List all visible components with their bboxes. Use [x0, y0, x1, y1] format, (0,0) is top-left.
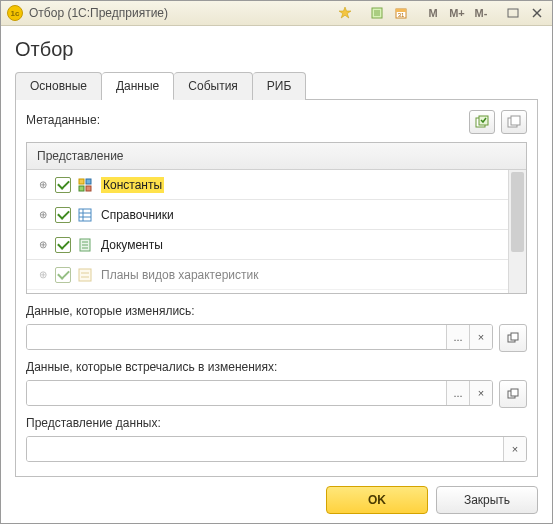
tab-main[interactable]: Основные	[15, 72, 102, 100]
minimize-button[interactable]	[502, 3, 524, 23]
close-dialog-button[interactable]: Закрыть	[436, 486, 538, 514]
svg-text:31: 31	[398, 12, 405, 18]
changed-data-group: Данные, которые изменялись: ... ×	[26, 304, 527, 350]
changed-data-label: Данные, которые изменялись:	[26, 304, 527, 318]
window: 1c Отбор (1С:Предприятие) 31 M M+ M- Отб…	[0, 0, 553, 524]
plan-icon	[77, 268, 93, 282]
calc-icon[interactable]	[366, 3, 388, 23]
representation-input[interactable]	[27, 437, 503, 461]
metadata-tree: Представление ⊕ Константы ⊕	[26, 142, 527, 294]
checkbox[interactable]	[55, 177, 71, 193]
clear-button[interactable]: ×	[503, 437, 526, 461]
clear-button[interactable]: ×	[469, 325, 492, 349]
tree-row-label: Документы	[101, 238, 163, 252]
representation-input-wrapper: ×	[26, 436, 527, 462]
close-button[interactable]	[526, 3, 548, 23]
svg-rect-19	[79, 209, 91, 221]
expand-icon[interactable]: ⊕	[37, 179, 49, 191]
expand-icon[interactable]: ⊕	[37, 209, 49, 221]
svg-rect-17	[79, 186, 84, 191]
svg-rect-27	[79, 269, 91, 281]
ok-button[interactable]: OK	[326, 486, 428, 514]
window-title: Отбор (1С:Предприятие)	[29, 6, 168, 20]
tab-rib[interactable]: РИБ	[253, 72, 307, 100]
memory-m-plus-button[interactable]: M+	[446, 3, 468, 23]
tree-row[interactable]: ⊕ Планы видов характеристик	[27, 260, 509, 290]
memory-m-button[interactable]: M	[422, 3, 444, 23]
page-title: Отбор	[15, 38, 538, 61]
tab-events[interactable]: События	[174, 72, 253, 100]
encountered-data-input[interactable]	[27, 381, 446, 405]
checkbox[interactable]	[55, 237, 71, 253]
svg-rect-14	[511, 116, 520, 125]
encountered-data-label: Данные, которые встречались в изменениях…	[26, 360, 527, 374]
encountered-data-input-wrapper: ... ×	[26, 380, 493, 406]
representation-label: Представление данных:	[26, 416, 527, 430]
checkbox[interactable]	[55, 207, 71, 223]
calendar-icon[interactable]: 31	[390, 3, 412, 23]
encountered-data-group: Данные, которые встречались в изменениях…	[26, 360, 527, 406]
tree-row[interactable]: ⊕ Константы	[27, 170, 509, 200]
copy-button[interactable]	[501, 110, 527, 134]
tree-scrollbar[interactable]	[508, 170, 526, 293]
app-icon: 1c	[7, 5, 23, 21]
changed-data-input-wrapper: ... ×	[26, 324, 493, 350]
favorite-icon[interactable]	[334, 3, 356, 23]
scrollbar-thumb[interactable]	[511, 172, 524, 252]
open-external-button[interactable]	[499, 324, 527, 352]
tab-body: Метаданные: Представление ⊕	[15, 100, 538, 477]
representation-group: Представление данных: ×	[26, 416, 527, 462]
tree-row[interactable]: ⊕ Документы	[27, 230, 509, 260]
check-all-button[interactable]	[469, 110, 495, 134]
footer: OK Закрыть	[1, 477, 552, 523]
tabs: Основные Данные События РИБ	[15, 71, 538, 100]
tree-row[interactable]: ⊕ Справочники	[27, 200, 509, 230]
document-icon	[77, 238, 93, 252]
select-button[interactable]: ...	[446, 325, 469, 349]
metadata-label: Метаданные:	[26, 113, 463, 127]
content: Отбор Основные Данные События РИБ Метада…	[1, 26, 552, 477]
metadata-header-row: Метаданные:	[26, 110, 527, 134]
tree-row-label: Справочники	[101, 208, 174, 222]
tree-row-label: Планы видов характеристик	[101, 268, 258, 282]
titlebar: 1c Отбор (1С:Предприятие) 31 M M+ M-	[1, 1, 552, 26]
svg-rect-18	[86, 186, 91, 191]
changed-data-input[interactable]	[27, 325, 446, 349]
memory-m-minus-button[interactable]: M-	[470, 3, 492, 23]
clear-button[interactable]: ×	[469, 381, 492, 405]
svg-rect-15	[79, 179, 84, 184]
svg-rect-8	[508, 9, 518, 17]
catalog-icon	[77, 208, 93, 222]
svg-rect-33	[511, 389, 518, 396]
svg-rect-31	[511, 333, 518, 340]
tree-column-header[interactable]: Представление	[27, 143, 526, 170]
open-external-button[interactable]	[499, 380, 527, 408]
tab-data[interactable]: Данные	[102, 72, 174, 100]
tree-row-label: Константы	[101, 177, 164, 193]
select-button[interactable]: ...	[446, 381, 469, 405]
svg-rect-16	[86, 179, 91, 184]
svg-marker-0	[339, 7, 351, 18]
expand-icon[interactable]: ⊕	[37, 269, 49, 281]
checkbox[interactable]	[55, 267, 71, 283]
expand-icon[interactable]: ⊕	[37, 239, 49, 251]
constants-icon	[77, 178, 93, 192]
